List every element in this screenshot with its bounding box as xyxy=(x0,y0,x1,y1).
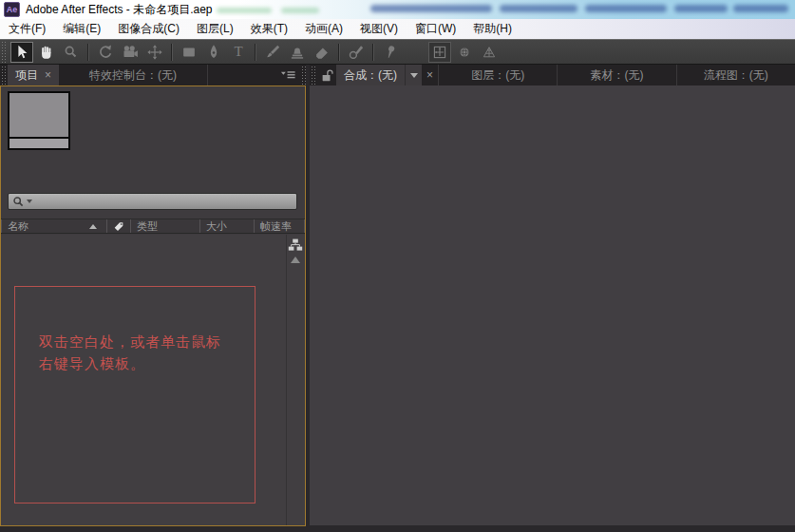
toolbar-grip[interactable] xyxy=(0,40,6,64)
tab-composition-label: 合成：(无) xyxy=(344,67,397,84)
eraser-tool-button[interactable] xyxy=(311,42,333,63)
tab-flowchart[interactable]: 流程图：(无) xyxy=(677,65,795,86)
menu-bar: 文件(F) 编辑(E) 图像合成(C) 图层(L) 效果(T) 动画(A) 视图… xyxy=(0,19,795,40)
column-separator[interactable] xyxy=(304,219,305,233)
magnifier-icon xyxy=(63,44,80,61)
view-axis-mode-button[interactable] xyxy=(478,42,501,63)
camera-tool-button[interactable] xyxy=(119,42,142,63)
flowchart-icon xyxy=(288,238,303,253)
blurred-watermark xyxy=(370,5,492,12)
composition-viewer[interactable] xyxy=(310,86,795,525)
project-item-list[interactable]: 双击空白处，或者单击鼠标 右键导入模板。 xyxy=(1,235,305,525)
project-flowchart-button[interactable] xyxy=(288,238,303,253)
menu-help[interactable]: 帮助(H) xyxy=(464,19,521,39)
after-effects-window: Ae Adobe After Effects - 未命名项目.aep 文件(F)… xyxy=(0,0,795,532)
local-axis-mode-button[interactable] xyxy=(428,42,451,63)
column-size[interactable]: 大小 xyxy=(200,219,254,233)
label-tag-icon xyxy=(113,219,124,233)
search-options-icon[interactable] xyxy=(27,200,32,203)
toolbar-separator xyxy=(255,44,256,61)
pan-behind-tool-button[interactable] xyxy=(143,42,166,63)
project-panel: 名称 类型 大小 xyxy=(0,86,306,526)
blurred-watermark xyxy=(733,5,788,12)
clone-stamp-icon xyxy=(289,44,306,61)
panel-grip[interactable] xyxy=(310,65,315,86)
menu-edit[interactable]: 编辑(E) xyxy=(54,19,109,39)
sort-ascending-icon xyxy=(89,224,97,229)
close-icon[interactable]: × xyxy=(45,69,51,81)
panel-grip[interactable] xyxy=(0,65,6,86)
column-frame-rate[interactable]: 帧速率 xyxy=(255,219,304,233)
project-panel-group: 项目 × 特效控制台：(无) xyxy=(0,65,306,526)
close-icon[interactable]: × xyxy=(426,69,433,81)
menu-file[interactable]: 文件(F) xyxy=(0,19,54,39)
camera-icon xyxy=(122,44,139,61)
panel-menu-button[interactable] xyxy=(276,65,300,86)
import-hint-text: 双击空白处，或者单击鼠标 右键导入模板。 xyxy=(39,331,221,374)
tab-footage-label: 素材：(无) xyxy=(591,67,644,84)
project-search-box[interactable] xyxy=(8,193,297,210)
menu-composition[interactable]: 图像合成(C) xyxy=(109,19,188,39)
search-icon xyxy=(11,195,26,209)
zoom-tool-button[interactable] xyxy=(60,42,83,63)
eraser-icon xyxy=(313,44,331,61)
puppet-pin-tool-button[interactable] xyxy=(379,42,402,63)
left-tab-bar: 项目 × 特效控制台：(无) xyxy=(0,65,306,86)
lock-button[interactable] xyxy=(317,65,336,86)
column-name[interactable]: 名称 xyxy=(2,219,106,233)
chevron-down-icon xyxy=(410,73,418,78)
project-preview-thumbnail xyxy=(8,91,70,150)
rectangle-mask-tool-button[interactable] xyxy=(178,42,200,63)
view-axis-icon xyxy=(482,45,497,60)
tab-effect-controls[interactable]: 特效控制台：(无) xyxy=(59,65,207,86)
column-type[interactable]: 类型 xyxy=(131,219,199,233)
menu-layer[interactable]: 图层(L) xyxy=(188,19,242,39)
panel-grip[interactable] xyxy=(300,65,306,86)
scroll-up-arrow-icon[interactable] xyxy=(291,256,300,263)
column-frame-rate-label: 帧速率 xyxy=(260,219,292,234)
local-axis-icon xyxy=(432,45,447,60)
right-tab-bar: 合成：(无) × 图层：(无) 素材：(无) 流程图：(无) xyxy=(310,65,795,86)
tab-project-label: 项目 xyxy=(15,67,38,84)
hand-tool-button[interactable] xyxy=(35,42,58,63)
toolbar-separator xyxy=(171,44,173,61)
pan-behind-icon xyxy=(146,44,163,61)
title-bar[interactable]: Ae Adobe After Effects - 未命名项目.aep xyxy=(0,0,795,19)
search-input[interactable] xyxy=(34,195,296,208)
menu-effect[interactable]: 效果(T) xyxy=(242,19,296,39)
toolbar-separator xyxy=(87,44,89,61)
column-label-color[interactable] xyxy=(107,219,130,233)
tab-footage[interactable]: 素材：(无) xyxy=(558,65,675,86)
tab-effect-controls-label: 特效控制台：(无) xyxy=(89,67,177,84)
world-axis-mode-button[interactable] xyxy=(453,42,476,63)
clone-stamp-tool-button[interactable] xyxy=(286,42,309,63)
menu-view[interactable]: 视图(V) xyxy=(351,19,407,39)
blurred-watermark xyxy=(585,5,667,12)
selection-tool-button[interactable] xyxy=(10,42,33,63)
brush-icon xyxy=(264,44,281,61)
blurred-watermark xyxy=(674,5,728,12)
rotation-tool-button[interactable] xyxy=(94,42,117,63)
tab-project[interactable]: 项目 × xyxy=(8,65,59,86)
composition-dropdown-button[interactable] xyxy=(405,65,422,86)
toolbar-separator xyxy=(372,44,374,61)
column-type-label: 类型 xyxy=(137,219,158,234)
roto-brush-icon xyxy=(348,44,365,61)
roto-brush-tool-button[interactable] xyxy=(345,42,368,63)
type-tool-button[interactable]: T xyxy=(227,42,250,63)
composition-panel-group: 合成：(无) × 图层：(无) 素材：(无) 流程图：(无) xyxy=(310,65,795,526)
tab-composition[interactable]: 合成：(无) xyxy=(336,65,422,86)
workspace: 项目 × 特效控制台：(无) xyxy=(0,65,795,532)
menu-animation[interactable]: 动画(A) xyxy=(296,19,351,39)
menu-window[interactable]: 窗口(W) xyxy=(407,19,464,39)
rotate-icon xyxy=(97,44,114,61)
type-tool-icon: T xyxy=(234,45,242,59)
app-icon: Ae xyxy=(4,2,20,17)
thumbnail-filmstrip xyxy=(9,137,68,148)
panel-menu-icon xyxy=(280,69,296,81)
window-title: Adobe After Effects - 未命名项目.aep xyxy=(26,2,213,18)
list-scrollbar[interactable] xyxy=(286,235,305,525)
tab-layer[interactable]: 图层：(无) xyxy=(439,65,557,86)
pen-tool-button[interactable] xyxy=(202,42,225,63)
brush-tool-button[interactable] xyxy=(261,42,284,63)
